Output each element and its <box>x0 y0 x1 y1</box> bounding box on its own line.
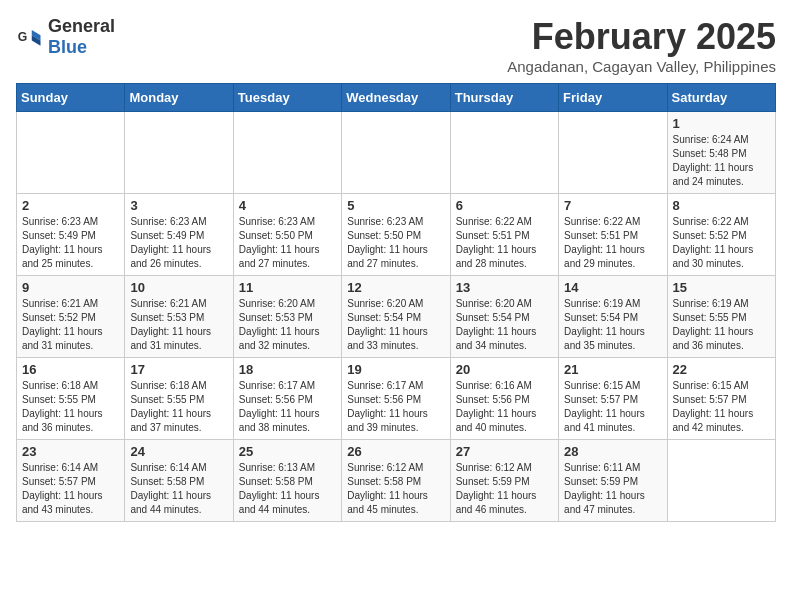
month-title: February 2025 <box>507 16 776 58</box>
location-title: Angadanan, Cagayan Valley, Philippines <box>507 58 776 75</box>
dow-tuesday: Tuesday <box>233 84 341 112</box>
day-info: Sunrise: 6:20 AMSunset: 5:54 PMDaylight:… <box>456 297 553 353</box>
day-number: 7 <box>564 198 661 213</box>
calendar-cell: 1Sunrise: 6:24 AMSunset: 5:48 PMDaylight… <box>667 112 775 194</box>
logo: G General Blue <box>16 16 115 58</box>
day-info: Sunrise: 6:23 AMSunset: 5:49 PMDaylight:… <box>130 215 227 271</box>
day-info: Sunrise: 6:17 AMSunset: 5:56 PMDaylight:… <box>239 379 336 435</box>
calendar-cell: 17Sunrise: 6:18 AMSunset: 5:55 PMDayligh… <box>125 358 233 440</box>
calendar-cell: 28Sunrise: 6:11 AMSunset: 5:59 PMDayligh… <box>559 440 667 522</box>
day-info: Sunrise: 6:18 AMSunset: 5:55 PMDaylight:… <box>130 379 227 435</box>
day-info: Sunrise: 6:21 AMSunset: 5:53 PMDaylight:… <box>130 297 227 353</box>
day-info: Sunrise: 6:20 AMSunset: 5:53 PMDaylight:… <box>239 297 336 353</box>
calendar-table: SundayMondayTuesdayWednesdayThursdayFrid… <box>16 83 776 522</box>
day-info: Sunrise: 6:14 AMSunset: 5:58 PMDaylight:… <box>130 461 227 517</box>
calendar-cell <box>17 112 125 194</box>
day-number: 20 <box>456 362 553 377</box>
calendar-cell: 9Sunrise: 6:21 AMSunset: 5:52 PMDaylight… <box>17 276 125 358</box>
day-number: 1 <box>673 116 770 131</box>
calendar-cell: 18Sunrise: 6:17 AMSunset: 5:56 PMDayligh… <box>233 358 341 440</box>
day-number: 24 <box>130 444 227 459</box>
day-info: Sunrise: 6:19 AMSunset: 5:55 PMDaylight:… <box>673 297 770 353</box>
day-number: 10 <box>130 280 227 295</box>
calendar-cell: 3Sunrise: 6:23 AMSunset: 5:49 PMDaylight… <box>125 194 233 276</box>
day-number: 8 <box>673 198 770 213</box>
day-info: Sunrise: 6:23 AMSunset: 5:50 PMDaylight:… <box>347 215 444 271</box>
dow-friday: Friday <box>559 84 667 112</box>
dow-thursday: Thursday <box>450 84 558 112</box>
calendar-cell: 4Sunrise: 6:23 AMSunset: 5:50 PMDaylight… <box>233 194 341 276</box>
day-info: Sunrise: 6:18 AMSunset: 5:55 PMDaylight:… <box>22 379 119 435</box>
calendar-cell <box>559 112 667 194</box>
logo-blue-text: Blue <box>48 37 87 57</box>
day-number: 19 <box>347 362 444 377</box>
week-row-4: 23Sunrise: 6:14 AMSunset: 5:57 PMDayligh… <box>17 440 776 522</box>
header: G General Blue February 2025 Angadanan, … <box>16 16 776 75</box>
day-number: 13 <box>456 280 553 295</box>
day-number: 5 <box>347 198 444 213</box>
calendar-cell: 24Sunrise: 6:14 AMSunset: 5:58 PMDayligh… <box>125 440 233 522</box>
dow-saturday: Saturday <box>667 84 775 112</box>
day-number: 6 <box>456 198 553 213</box>
day-number: 2 <box>22 198 119 213</box>
calendar-cell: 20Sunrise: 6:16 AMSunset: 5:56 PMDayligh… <box>450 358 558 440</box>
day-info: Sunrise: 6:16 AMSunset: 5:56 PMDaylight:… <box>456 379 553 435</box>
day-info: Sunrise: 6:12 AMSunset: 5:59 PMDaylight:… <box>456 461 553 517</box>
day-number: 26 <box>347 444 444 459</box>
calendar-cell: 15Sunrise: 6:19 AMSunset: 5:55 PMDayligh… <box>667 276 775 358</box>
week-row-0: 1Sunrise: 6:24 AMSunset: 5:48 PMDaylight… <box>17 112 776 194</box>
day-info: Sunrise: 6:22 AMSunset: 5:51 PMDaylight:… <box>456 215 553 271</box>
week-row-2: 9Sunrise: 6:21 AMSunset: 5:52 PMDaylight… <box>17 276 776 358</box>
day-number: 22 <box>673 362 770 377</box>
calendar-cell: 25Sunrise: 6:13 AMSunset: 5:58 PMDayligh… <box>233 440 341 522</box>
calendar-cell <box>125 112 233 194</box>
dow-sunday: Sunday <box>17 84 125 112</box>
day-info: Sunrise: 6:23 AMSunset: 5:49 PMDaylight:… <box>22 215 119 271</box>
day-number: 28 <box>564 444 661 459</box>
calendar-cell: 27Sunrise: 6:12 AMSunset: 5:59 PMDayligh… <box>450 440 558 522</box>
day-number: 27 <box>456 444 553 459</box>
calendar-cell: 21Sunrise: 6:15 AMSunset: 5:57 PMDayligh… <box>559 358 667 440</box>
calendar-cell: 2Sunrise: 6:23 AMSunset: 5:49 PMDaylight… <box>17 194 125 276</box>
day-number: 17 <box>130 362 227 377</box>
title-area: February 2025 Angadanan, Cagayan Valley,… <box>507 16 776 75</box>
logo-general-text: General <box>48 16 115 36</box>
dow-monday: Monday <box>125 84 233 112</box>
day-number: 23 <box>22 444 119 459</box>
day-info: Sunrise: 6:14 AMSunset: 5:57 PMDaylight:… <box>22 461 119 517</box>
day-info: Sunrise: 6:19 AMSunset: 5:54 PMDaylight:… <box>564 297 661 353</box>
calendar-cell: 14Sunrise: 6:19 AMSunset: 5:54 PMDayligh… <box>559 276 667 358</box>
day-of-week-header-row: SundayMondayTuesdayWednesdayThursdayFrid… <box>17 84 776 112</box>
calendar-cell <box>667 440 775 522</box>
calendar-cell: 5Sunrise: 6:23 AMSunset: 5:50 PMDaylight… <box>342 194 450 276</box>
calendar-cell: 23Sunrise: 6:14 AMSunset: 5:57 PMDayligh… <box>17 440 125 522</box>
day-number: 18 <box>239 362 336 377</box>
calendar-cell: 22Sunrise: 6:15 AMSunset: 5:57 PMDayligh… <box>667 358 775 440</box>
calendar-cell: 10Sunrise: 6:21 AMSunset: 5:53 PMDayligh… <box>125 276 233 358</box>
day-info: Sunrise: 6:21 AMSunset: 5:52 PMDaylight:… <box>22 297 119 353</box>
day-number: 9 <box>22 280 119 295</box>
calendar-cell: 6Sunrise: 6:22 AMSunset: 5:51 PMDaylight… <box>450 194 558 276</box>
calendar-cell: 26Sunrise: 6:12 AMSunset: 5:58 PMDayligh… <box>342 440 450 522</box>
day-info: Sunrise: 6:23 AMSunset: 5:50 PMDaylight:… <box>239 215 336 271</box>
day-info: Sunrise: 6:11 AMSunset: 5:59 PMDaylight:… <box>564 461 661 517</box>
calendar-cell <box>342 112 450 194</box>
day-number: 12 <box>347 280 444 295</box>
day-info: Sunrise: 6:20 AMSunset: 5:54 PMDaylight:… <box>347 297 444 353</box>
calendar-cell: 11Sunrise: 6:20 AMSunset: 5:53 PMDayligh… <box>233 276 341 358</box>
day-number: 21 <box>564 362 661 377</box>
calendar-cell: 8Sunrise: 6:22 AMSunset: 5:52 PMDaylight… <box>667 194 775 276</box>
day-info: Sunrise: 6:12 AMSunset: 5:58 PMDaylight:… <box>347 461 444 517</box>
day-info: Sunrise: 6:13 AMSunset: 5:58 PMDaylight:… <box>239 461 336 517</box>
calendar-cell <box>450 112 558 194</box>
day-number: 25 <box>239 444 336 459</box>
day-info: Sunrise: 6:15 AMSunset: 5:57 PMDaylight:… <box>673 379 770 435</box>
week-row-3: 16Sunrise: 6:18 AMSunset: 5:55 PMDayligh… <box>17 358 776 440</box>
calendar-body: 1Sunrise: 6:24 AMSunset: 5:48 PMDaylight… <box>17 112 776 522</box>
day-number: 4 <box>239 198 336 213</box>
logo-icon: G <box>16 23 44 51</box>
day-info: Sunrise: 6:17 AMSunset: 5:56 PMDaylight:… <box>347 379 444 435</box>
day-info: Sunrise: 6:24 AMSunset: 5:48 PMDaylight:… <box>673 133 770 189</box>
week-row-1: 2Sunrise: 6:23 AMSunset: 5:49 PMDaylight… <box>17 194 776 276</box>
calendar-cell: 7Sunrise: 6:22 AMSunset: 5:51 PMDaylight… <box>559 194 667 276</box>
